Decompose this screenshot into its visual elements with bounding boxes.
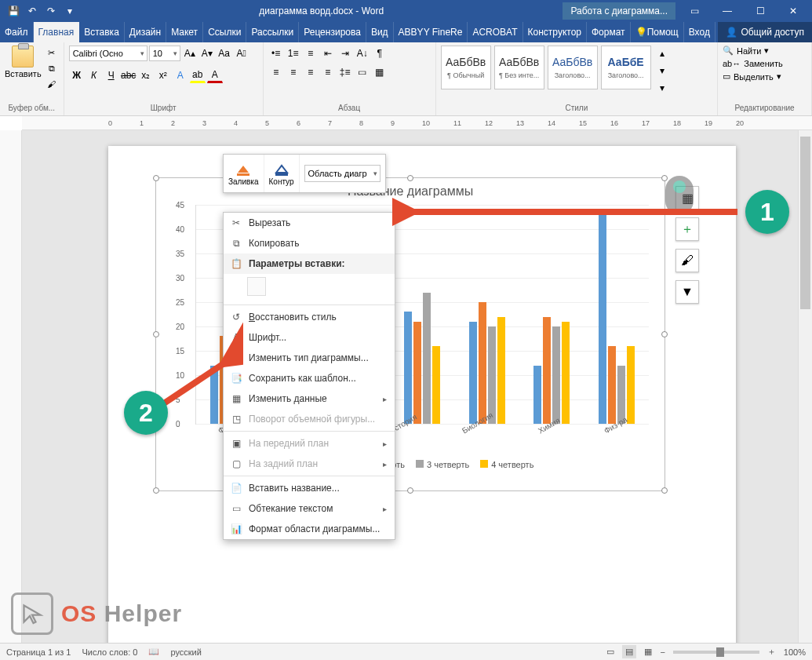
menu-reset-style[interactable]: ↺Восстановить стиль bbox=[224, 307, 395, 327]
justify-icon[interactable]: ≡ bbox=[320, 64, 336, 80]
format-painter-icon[interactable]: 🖌 bbox=[45, 77, 59, 91]
bold-button[interactable]: Ж bbox=[69, 67, 85, 83]
scrollbar-thumb[interactable] bbox=[800, 137, 810, 309]
replace-button[interactable]: ab↔ Заменить bbox=[723, 59, 783, 68]
tab-file[interactable]: Файл bbox=[0, 22, 34, 42]
style-nospacing[interactable]: АаБбВв¶ Без инте... bbox=[494, 46, 544, 89]
underline-button[interactable]: Ч bbox=[104, 67, 119, 83]
tab-design[interactable]: Дизайн bbox=[125, 22, 166, 42]
chart-area-combo[interactable]: Область диагр bbox=[304, 165, 381, 182]
view-print-icon[interactable]: ▤ bbox=[622, 645, 636, 658]
page[interactable]: Название диаграммы 051015202530354045 Фи… bbox=[108, 146, 736, 643]
styles-more-icon[interactable]: ▾ bbox=[654, 80, 670, 96]
qat-customize-icon[interactable]: ▾ bbox=[63, 4, 77, 18]
menu-edit-data[interactable]: ▦Изменить данные▸ bbox=[224, 388, 395, 409]
tab-home[interactable]: Главная bbox=[34, 22, 80, 42]
outline-button[interactable]: Контур bbox=[264, 155, 300, 192]
font-color-icon[interactable]: A bbox=[207, 67, 223, 83]
superscript-button[interactable]: x² bbox=[155, 67, 171, 83]
multilevel-icon[interactable]: ≡ bbox=[303, 46, 319, 61]
close-icon[interactable]: ✕ bbox=[777, 0, 809, 22]
strike-button[interactable]: abc bbox=[121, 67, 137, 83]
sort-icon[interactable]: A↓ bbox=[355, 46, 370, 61]
tab-review[interactable]: Рецензирова bbox=[299, 22, 366, 42]
status-page[interactable]: Страница 1 из 1 bbox=[6, 647, 71, 657]
resize-handle[interactable] bbox=[407, 175, 413, 181]
resize-handle[interactable] bbox=[153, 175, 159, 181]
copy-icon[interactable]: ⧉ bbox=[45, 61, 59, 75]
menu-font[interactable]: AШрифт... bbox=[224, 327, 395, 348]
tab-format[interactable]: Формат bbox=[587, 22, 631, 42]
bullets-icon[interactable]: •≡ bbox=[268, 46, 284, 61]
tab-view[interactable]: Вид bbox=[366, 22, 394, 42]
tab-references[interactable]: Ссылки bbox=[203, 22, 246, 42]
grow-font-icon[interactable]: A▴ bbox=[182, 46, 198, 61]
chart-styles-icon[interactable]: 🖌 bbox=[675, 249, 699, 272]
menu-text-wrap[interactable]: ▭Обтекание текстом▸ bbox=[224, 498, 395, 519]
menu-save-template[interactable]: 📑Сохранить как шаблон... bbox=[224, 368, 395, 388]
align-center-icon[interactable]: ≡ bbox=[286, 64, 301, 80]
align-right-icon[interactable]: ≡ bbox=[303, 64, 319, 80]
fill-button[interactable]: Заливка bbox=[224, 155, 264, 192]
font-size-combo[interactable]: 10 bbox=[149, 46, 180, 61]
tab-insert[interactable]: Вставка bbox=[79, 22, 125, 42]
shrink-font-icon[interactable]: A▾ bbox=[199, 46, 215, 61]
font-name-combo[interactable]: Calibri (Осно bbox=[69, 46, 147, 61]
view-read-icon[interactable]: ▭ bbox=[606, 647, 614, 657]
show-marks-icon[interactable]: ¶ bbox=[372, 46, 388, 61]
subscript-button[interactable]: x₂ bbox=[138, 67, 154, 83]
resize-handle[interactable] bbox=[407, 487, 413, 494]
cut-icon[interactable]: ✂ bbox=[45, 46, 59, 60]
decrease-indent-icon[interactable]: ⇤ bbox=[320, 46, 336, 61]
change-case-icon[interactable]: Aa bbox=[217, 46, 232, 61]
align-left-icon[interactable]: ≡ bbox=[268, 64, 284, 80]
chart-elements-icon[interactable]: ＋ bbox=[675, 217, 699, 241]
tab-constructor[interactable]: Конструктор bbox=[523, 22, 587, 42]
menu-insert-caption[interactable]: 📄Вставить название... bbox=[224, 478, 395, 498]
text-effects-icon[interactable]: A bbox=[173, 67, 188, 83]
resize-handle[interactable] bbox=[661, 487, 668, 494]
zoom-level[interactable]: 100% bbox=[784, 647, 806, 657]
highlight-icon[interactable]: ab bbox=[190, 67, 206, 83]
borders-icon[interactable]: ▦ bbox=[372, 64, 388, 80]
increase-indent-icon[interactable]: ⇥ bbox=[337, 46, 353, 61]
tab-tellme[interactable]: 💡 Помощ bbox=[631, 22, 684, 42]
resize-handle[interactable] bbox=[661, 175, 668, 181]
numbering-icon[interactable]: 1≡ bbox=[286, 46, 301, 61]
tab-mailings[interactable]: Рассылки bbox=[246, 22, 299, 42]
resize-handle[interactable] bbox=[153, 487, 159, 494]
tab-layout[interactable]: Макет bbox=[166, 22, 203, 42]
signin-link[interactable]: Вход bbox=[684, 22, 716, 42]
zoom-out-icon[interactable]: − bbox=[660, 647, 665, 657]
status-word-count[interactable]: Число слов: 0 bbox=[82, 647, 137, 657]
redo-icon[interactable]: ↷ bbox=[44, 4, 58, 18]
line-spacing-icon[interactable]: ‡≡ bbox=[337, 64, 353, 80]
share-button[interactable]: 👤 Общий доступ bbox=[718, 22, 812, 42]
find-button[interactable]: 🔍 Найти ▾ bbox=[723, 46, 769, 56]
zoom-slider[interactable] bbox=[673, 651, 759, 654]
vertical-scrollbar[interactable] bbox=[798, 130, 812, 643]
clear-format-icon[interactable]: A⃠ bbox=[234, 46, 249, 61]
maximize-icon[interactable]: ☐ bbox=[745, 0, 776, 22]
save-icon[interactable]: 💾 bbox=[6, 4, 20, 18]
chart-filter-icon[interactable]: ▼ bbox=[675, 280, 699, 304]
menu-format-chart-area[interactable]: 📊Формат области диаграммы... bbox=[224, 519, 395, 539]
style-heading1[interactable]: АаБбВвЗаголово... bbox=[548, 46, 598, 89]
vertical-ruler[interactable] bbox=[0, 130, 22, 643]
styles-scroll-down-icon[interactable]: ▾ bbox=[654, 63, 670, 78]
minimize-icon[interactable]: ― bbox=[712, 0, 743, 22]
paste-option-icon[interactable] bbox=[247, 277, 266, 296]
style-heading2[interactable]: АаБбЕЗаголово... bbox=[601, 46, 651, 89]
menu-cut[interactable]: ✂Вырезать bbox=[224, 213, 395, 233]
status-spellcheck-icon[interactable]: 📖 bbox=[148, 647, 159, 657]
view-web-icon[interactable]: ▦ bbox=[644, 647, 652, 657]
italic-button[interactable]: К bbox=[86, 67, 102, 83]
resize-handle[interactable] bbox=[153, 331, 159, 337]
select-button[interactable]: ▭ Выделить ▾ bbox=[723, 71, 781, 82]
tab-acrobat[interactable]: ACROBAT bbox=[468, 22, 523, 42]
chart-tools-tab[interactable]: Работа с диаграмма... bbox=[563, 2, 675, 20]
ribbon-display-icon[interactable]: ▭ bbox=[679, 0, 710, 22]
horizontal-ruler[interactable]: 01234567891011121314151617181920 bbox=[22, 116, 812, 130]
paste-button[interactable]: Вставить bbox=[5, 46, 42, 78]
status-language[interactable]: русский bbox=[170, 647, 201, 657]
